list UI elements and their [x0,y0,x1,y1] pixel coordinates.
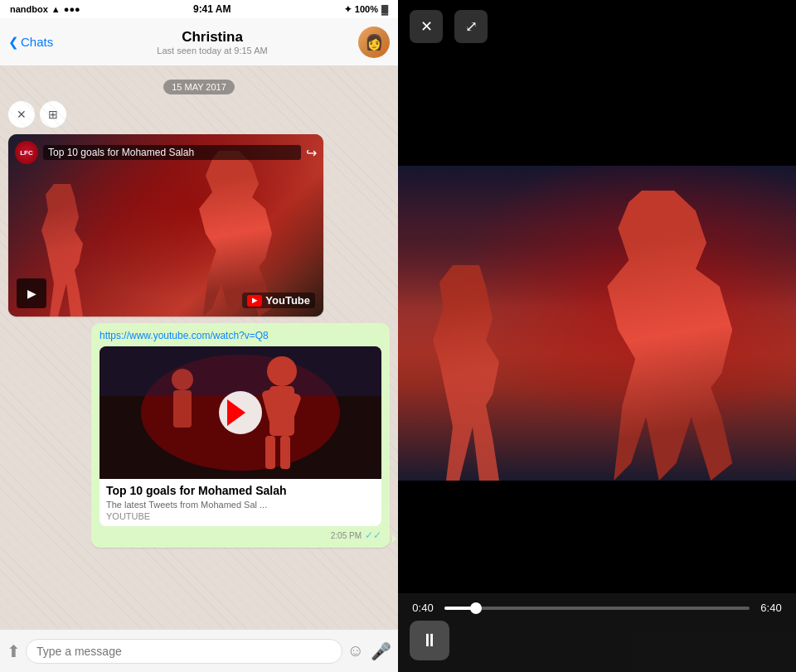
yt-top-bar: LFC Top 10 goals for Mohamed Salah ↪ [15,141,317,164]
video-controls-row: ⏸ [410,621,784,660]
attach-button[interactable]: ⬆ [7,641,21,661]
yt-thumbnail: LFC Top 10 goals for Mohamed Salah ↪ ▶ ▶… [8,134,323,317]
expand-icon: ⤢ [465,17,478,36]
last-seen: Last seen today at 9:15 AM [157,46,267,56]
yt-channel-badge: LFC [15,141,38,164]
bluetooth-icon: ✦ [344,4,352,15]
status-right: ✦ 100% ▓ [344,4,388,15]
video-controls-top: ✕ ⤢ [398,0,796,53]
total-time-label: 6:40 [758,602,784,614]
svg-point-9 [172,369,193,390]
yt-play-icon: ▶ [247,295,262,307]
microphone-button[interactable]: 🎤 [371,641,391,661]
pause-icon: ⏸ [420,630,439,651]
back-label: Chats [21,35,53,49]
svg-point-3 [267,356,297,386]
preview-title: Top 10 goals for Mohamed Salah [106,484,375,497]
clock: 9:41 AM [193,3,231,15]
chat-area[interactable]: 15 MAY 2017 ✕ ⊞ LFC Top [0,66,398,629]
emoji-button[interactable]: ☺ [347,641,364,661]
avatar[interactable]: 👩 [358,27,390,58]
svg-rect-6 [280,436,290,469]
play-pause-button[interactable]: ⏸ [410,621,449,660]
wifi-icon: ▲ [51,4,61,14]
yt-play-button[interactable]: ▶ [17,278,46,308]
video-expand-button[interactable]: ⤢ [454,10,488,43]
progress-thumb[interactable] [470,602,482,614]
chat-title: Christina [182,29,243,46]
svg-rect-5 [265,436,275,469]
video-panel: ✕ ⤢ 0:40 6:40 ⏸ [398,0,796,672]
youtube-card[interactable]: LFC Top 10 goals for Mohamed Salah ↪ ▶ ▶… [8,134,323,317]
preview-desc: The latest Tweets from Mohamed Sal ... [106,500,375,510]
status-bar: nandbox ▲ ●●● 9:41 AM ✦ 100% ▓ [0,0,398,18]
nav-center: Christina Last seen today at 9:15 AM [66,29,358,56]
preview-info: Top 10 goals for Mohamed Salah The lates… [100,479,381,526]
status-left: nandbox ▲ ●●● [10,4,80,14]
close-icon: ✕ [420,17,433,36]
chevron-left-icon: ❮ [8,35,19,50]
video-close-button[interactable]: ✕ [410,10,443,43]
youtube-link[interactable]: https://www.youtube.com/watch?v=Q8 [100,330,381,341]
carrier-label: nandbox [10,4,48,14]
share-icon[interactable]: ↪ [306,145,317,161]
svg-rect-10 [173,390,192,428]
preview-play-button[interactable] [219,391,262,434]
yt-logo: ▶ YouTube [242,292,315,308]
progress-bar-container: 0:40 6:40 [410,602,784,614]
channel-label: LFC [20,149,33,157]
battery-label: 100% [355,4,378,14]
bubble-meta: 2:05 PM ✓✓ [100,529,381,541]
player-figure-1 [166,151,298,317]
progress-track[interactable] [444,607,750,610]
link-preview[interactable]: Top 10 goals for Mohamed Salah The lates… [100,346,381,526]
input-bar: ⬆ ☺ 🎤 [0,629,398,672]
message-input[interactable] [26,639,342,664]
phone-panel: nandbox ▲ ●●● 9:41 AM ✦ 100% ▓ ❮ Chats C… [0,0,398,672]
preview-image [100,346,381,479]
read-ticks: ✓✓ [365,529,381,541]
current-time-label: 0:40 [410,602,436,614]
svg-rect-2 [100,346,381,396]
video-bottom-controls: 0:40 6:40 ⏸ [398,593,796,672]
message-time: 2:05 PM [331,531,362,540]
nav-header: ❮ Chats Christina Last seen today at 9:1… [0,18,398,66]
chat-bubble-outgoing: https://www.youtube.com/watch?v=Q8 [91,323,390,548]
preview-source: YOUTUBE [106,511,375,521]
back-button[interactable]: ❮ Chats [8,35,66,50]
signal-icon: ●●● [64,4,80,14]
yt-brand-text: YouTube [265,294,310,307]
video-frame [398,166,796,481]
input-right-buttons: ☺ 🎤 [347,641,391,661]
yt-video-title: Top 10 goals for Mohamed Salah [43,145,301,160]
battery-icon: ▓ [381,4,388,14]
video-content[interactable] [398,53,796,593]
